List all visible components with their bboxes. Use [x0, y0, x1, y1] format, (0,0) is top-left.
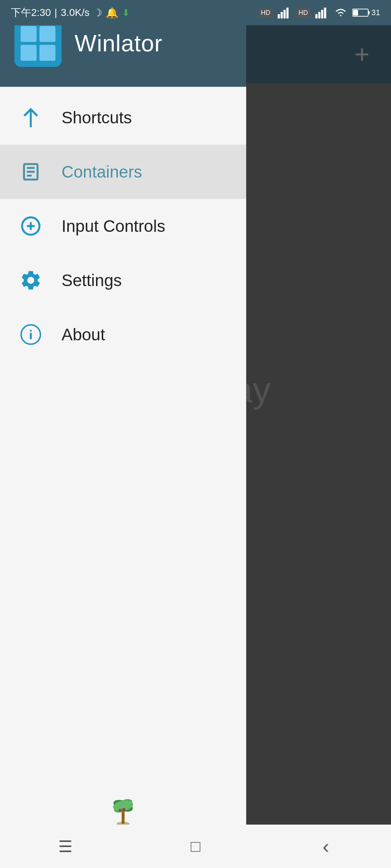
svg-rect-15	[318, 12, 320, 18]
status-bar: 下午2:30 | 3.0K/s ☽ 🔔 ⬇ HD HD	[0, 0, 391, 25]
sidebar-item-about[interactable]: About	[0, 307, 246, 362]
containers-icon	[18, 159, 43, 184]
nav-menu-icon: ☰	[58, 837, 72, 856]
logo-cell-2	[39, 26, 55, 42]
download-icon: ⬇	[122, 7, 130, 18]
svg-rect-19	[368, 11, 370, 14]
navigation-drawer: Winlator Shortcuts Containers	[0, 0, 246, 868]
watermark-logo-icon	[101, 797, 145, 826]
svg-rect-20	[353, 10, 358, 16]
moon-icon: ☽	[93, 7, 102, 19]
svg-point-8	[118, 809, 122, 812]
status-network-speed: 3.0K/s	[61, 7, 89, 18]
battery-level: 31	[371, 8, 380, 17]
hd-badge-2: HD	[297, 8, 310, 17]
svg-point-9	[122, 808, 126, 812]
settings-icon	[18, 268, 43, 293]
input-controls-icon	[18, 213, 43, 239]
sidebar-item-shortcuts[interactable]: Shortcuts	[0, 90, 246, 145]
svg-rect-16	[321, 10, 323, 18]
status-left: 下午2:30 | 3.0K/s ☽ 🔔 ⬇	[11, 6, 130, 20]
sidebar-item-containers[interactable]: Containers	[0, 145, 246, 199]
about-icon	[18, 322, 43, 347]
wifi-icon	[334, 7, 347, 18]
shortcuts-icon	[18, 105, 43, 130]
svg-rect-17	[324, 8, 326, 18]
sidebar-item-settings[interactable]: Settings	[0, 253, 246, 307]
about-label: About	[62, 325, 105, 344]
hd-badge-1: HD	[259, 8, 273, 17]
status-time: 下午2:30	[11, 6, 51, 20]
status-right: HD HD 31	[259, 7, 380, 18]
windows-logo-icon	[21, 26, 55, 61]
svg-rect-13	[286, 8, 289, 18]
logo-cell-3	[21, 45, 37, 61]
mute-icon: 🔔	[106, 7, 118, 19]
svg-rect-10	[278, 14, 280, 18]
battery-svg	[352, 8, 370, 17]
settings-label: Settings	[62, 271, 122, 290]
nav-back-button[interactable]: ‹	[311, 832, 340, 861]
nav-menu-button[interactable]: ☰	[51, 832, 80, 861]
battery-icon: 31	[352, 8, 380, 17]
svg-rect-12	[283, 10, 286, 18]
signal-icon	[278, 7, 291, 18]
input-controls-label: Input Controls	[62, 216, 165, 236]
shortcuts-label: Shortcuts	[62, 108, 132, 127]
navigation-bar: ☰ □ ‹	[0, 825, 391, 868]
nav-back-icon: ‹	[323, 835, 329, 858]
sidebar-item-input-controls[interactable]: Input Controls	[0, 199, 246, 253]
app-title: Winlator	[75, 30, 163, 57]
logo-cell-1	[21, 26, 37, 42]
status-separator: |	[55, 7, 57, 18]
svg-rect-11	[281, 12, 283, 18]
drawer-menu: Shortcuts Containers Input Controls	[0, 87, 246, 868]
containers-label: Containers	[62, 162, 142, 182]
nav-home-icon: □	[191, 837, 201, 855]
app-logo	[14, 20, 62, 67]
logo-cell-4	[39, 45, 55, 61]
signal-icon-2	[315, 7, 329, 18]
nav-home-button[interactable]: □	[181, 832, 210, 861]
svg-rect-14	[315, 14, 318, 18]
